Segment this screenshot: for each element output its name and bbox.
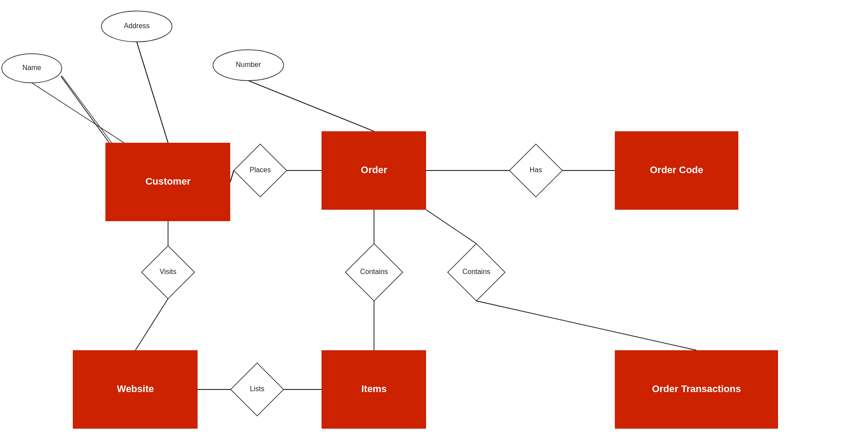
relation-contains2-label: Contains [462, 268, 490, 275]
relation-visits-label: Visits [160, 268, 176, 275]
entity-ordertransactions-label: Order Transactions [652, 383, 741, 394]
line-address-customer [137, 42, 168, 143]
attr-name-label: Name [22, 64, 41, 71]
line-contains2-ordertrans [476, 301, 696, 350]
line-customer-places [230, 170, 234, 182]
line-order-contains2 [426, 210, 476, 244]
attr-address-label: Address [124, 22, 150, 30]
relation-places-label: Places [250, 166, 271, 174]
relation-lists-label: Lists [250, 385, 265, 393]
relation-has-label: Has [530, 166, 542, 174]
entity-ordercode-label: Order Code [650, 164, 703, 175]
entity-items-label: Items [361, 383, 386, 394]
entity-order-label: Order [361, 164, 387, 175]
er-diagram-main: .conn { stroke: #222; stroke-width: 1.8;… [0, 0, 868, 441]
line-visits-website [135, 299, 168, 350]
entity-website-label: Website [117, 383, 154, 394]
line-number-order [248, 81, 374, 131]
relation-contains1-label: Contains [360, 268, 388, 275]
entity-customer-label: Customer [146, 176, 191, 187]
attr-number-label: Number [236, 61, 262, 68]
